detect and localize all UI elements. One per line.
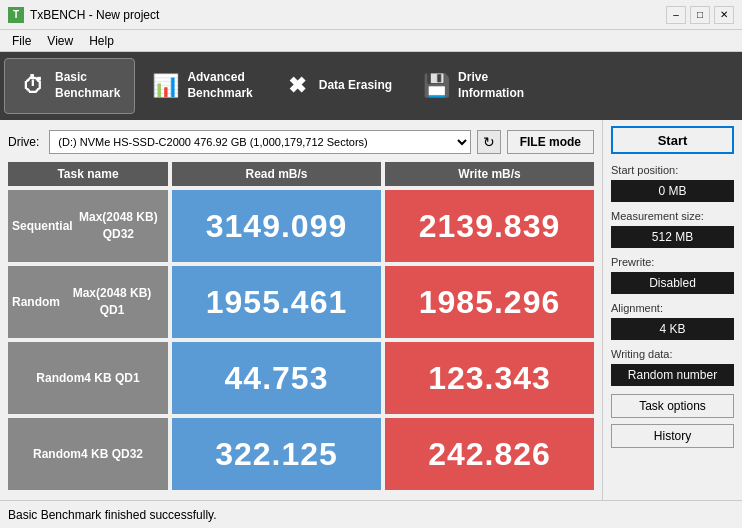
title-bar-text: TxBENCH - New project [30, 8, 666, 22]
row1-read: 1955.461 [172, 266, 381, 338]
start-position-value: 0 MB [611, 180, 734, 202]
menu-file[interactable]: File [4, 32, 39, 50]
restore-button[interactable]: □ [690, 6, 710, 24]
prewrite-label: Prewrite: [611, 256, 734, 268]
table-row: Random 4 KB QD32 322.125 242.826 [8, 418, 594, 490]
drive-info-label-line2: Information [458, 86, 524, 102]
drive-info-label-line1: Drive [458, 70, 488, 86]
bench-table: Task name Read mB/s Write mB/s Sequentia… [8, 162, 594, 492]
prewrite-value: Disabled [611, 272, 734, 294]
table-row: Random Max(2048 KB) QD1 1955.461 1985.29… [8, 266, 594, 338]
right-panel: Start Start position: 0 MB Measurement s… [602, 120, 742, 500]
row2-label: Random 4 KB QD1 [8, 342, 168, 414]
row2-write: 123.343 [385, 342, 594, 414]
data-erasing-label: Data Erasing [319, 78, 392, 94]
left-panel: Drive: (D:) NVMe HS-SSD-C2000 476.92 GB … [0, 120, 602, 500]
erasing-icon: ✖ [283, 72, 311, 100]
drive-bar: Drive: (D:) NVMe HS-SSD-C2000 476.92 GB … [8, 128, 594, 156]
start-position-label: Start position: [611, 164, 734, 176]
table-row: Random 4 KB QD1 44.753 123.343 [8, 342, 594, 414]
drive-icon: 💾 [422, 72, 450, 100]
status-bar: Basic Benchmark finished successfully. [0, 500, 742, 528]
tab-advanced-benchmark[interactable]: 📊 Advanced Benchmark [137, 58, 266, 114]
advanced-benchmark-label-line1: Advanced [187, 70, 244, 86]
title-bar: T TxBENCH - New project – □ ✕ [0, 0, 742, 30]
toolbar: ⏱ Basic Benchmark 📊 Advanced Benchmark ✖… [0, 52, 742, 120]
drive-select[interactable]: (D:) NVMe HS-SSD-C2000 476.92 GB (1,000,… [49, 130, 470, 154]
row0-label: Sequential Max(2048 KB) QD32 [8, 190, 168, 262]
menu-view[interactable]: View [39, 32, 81, 50]
table-row: Sequential Max(2048 KB) QD32 3149.099 21… [8, 190, 594, 262]
tab-data-erasing[interactable]: ✖ Data Erasing [269, 58, 406, 114]
app-icon: T [8, 7, 24, 23]
row3-read: 322.125 [172, 418, 381, 490]
stopwatch-icon: ⏱ [19, 72, 47, 100]
row1-label: Random Max(2048 KB) QD1 [8, 266, 168, 338]
col-header-read: Read mB/s [172, 162, 381, 186]
menu-help[interactable]: Help [81, 32, 122, 50]
basic-benchmark-label-line1: Basic [55, 70, 87, 86]
drive-label: Drive: [8, 135, 39, 149]
row0-write: 2139.839 [385, 190, 594, 262]
filemode-button[interactable]: FILE mode [507, 130, 594, 154]
minimize-button[interactable]: – [666, 6, 686, 24]
measurement-size-label: Measurement size: [611, 210, 734, 222]
alignment-label: Alignment: [611, 302, 734, 314]
menu-bar: File View Help [0, 30, 742, 52]
start-button[interactable]: Start [611, 126, 734, 154]
row1-write: 1985.296 [385, 266, 594, 338]
status-text: Basic Benchmark finished successfully. [8, 508, 217, 522]
advanced-benchmark-label-line2: Benchmark [187, 86, 252, 102]
close-button[interactable]: ✕ [714, 6, 734, 24]
tab-drive-information[interactable]: 💾 Drive Information [408, 58, 538, 114]
basic-benchmark-label-line2: Benchmark [55, 86, 120, 102]
history-button[interactable]: History [611, 424, 734, 448]
row3-write: 242.826 [385, 418, 594, 490]
col-header-task: Task name [8, 162, 168, 186]
barchart-icon: 📊 [151, 72, 179, 100]
row2-read: 44.753 [172, 342, 381, 414]
writing-data-label: Writing data: [611, 348, 734, 360]
refresh-button[interactable]: ↻ [477, 130, 501, 154]
row0-read: 3149.099 [172, 190, 381, 262]
drive-select-wrapper: (D:) NVMe HS-SSD-C2000 476.92 GB (1,000,… [49, 130, 470, 154]
title-bar-controls: – □ ✕ [666, 6, 734, 24]
row3-label: Random 4 KB QD32 [8, 418, 168, 490]
measurement-size-value: 512 MB [611, 226, 734, 248]
main-area: Drive: (D:) NVMe HS-SSD-C2000 476.92 GB … [0, 120, 742, 500]
col-header-write: Write mB/s [385, 162, 594, 186]
writing-data-value: Random number [611, 364, 734, 386]
tab-basic-benchmark[interactable]: ⏱ Basic Benchmark [4, 58, 135, 114]
task-options-button[interactable]: Task options [611, 394, 734, 418]
table-header: Task name Read mB/s Write mB/s [8, 162, 594, 186]
alignment-value: 4 KB [611, 318, 734, 340]
